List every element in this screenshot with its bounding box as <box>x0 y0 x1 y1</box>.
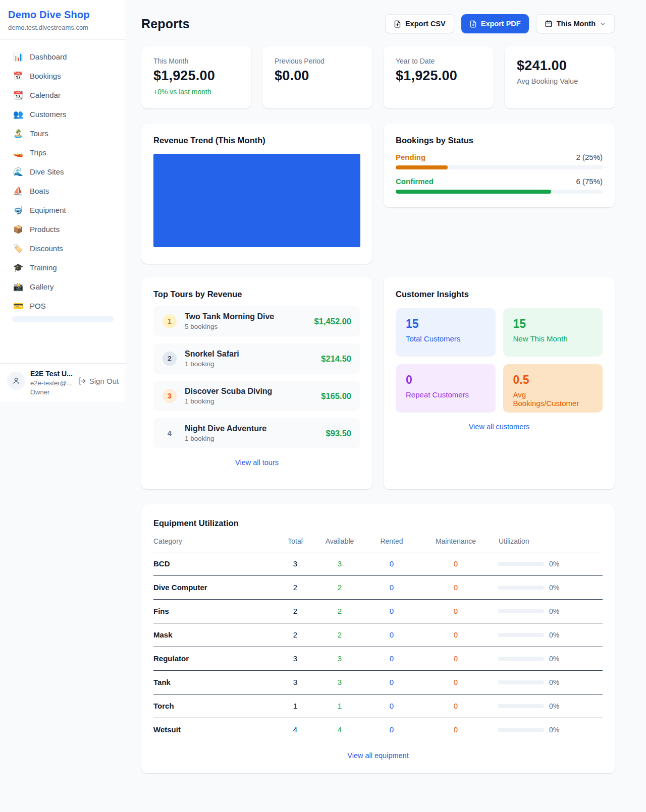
table-row: Dive Computer 2 2 0 0 0% <box>153 576 603 600</box>
graduation-cap-icon: 🎓 <box>13 264 23 272</box>
equipment-table: Category Total Available Rented Maintena… <box>153 537 603 741</box>
sidebar-item-training[interactable]: 🎓 Training <box>6 259 120 276</box>
progress-fill <box>396 190 551 194</box>
sidebar-item-boats[interactable]: ⛵ Boats <box>6 182 120 200</box>
period-selector[interactable]: This Month <box>536 14 615 33</box>
view-all-equipment-link[interactable]: View all equipment <box>153 751 603 760</box>
export-csv-button[interactable]: Export CSV <box>385 14 454 33</box>
col-category: Category <box>153 537 281 552</box>
view-all-customers-link[interactable]: View all customers <box>396 423 603 431</box>
sidebar-item-label: Gallery <box>30 282 54 291</box>
sidebar-item-label: Customers <box>30 110 67 119</box>
cell-category: Mask <box>153 623 281 647</box>
sidebar-item-label: POS <box>30 302 46 310</box>
stat-label: Previous Period <box>275 57 360 65</box>
brand-block: Demo Dive Shop demo.test.divestreams.com <box>0 0 126 40</box>
sign-out-label: Sign Out <box>89 377 119 385</box>
sidebar-item-pos[interactable]: 💳 POS <box>6 297 120 315</box>
cell-rented: 0 <box>369 600 414 623</box>
sidebar-item-tours[interactable]: 🏝️ Tours <box>6 125 120 142</box>
sidebar-item-gallery[interactable]: 📸 Gallery <box>6 278 120 296</box>
sidebar-item-active-partial[interactable] <box>12 316 114 322</box>
cell-available: 2 <box>310 623 369 647</box>
revenue-trend-card: Revenue Trend (This Month) <box>141 124 372 264</box>
tile-new-this-month: 15 New This Month <box>503 308 603 357</box>
stat-card-avg-booking-value: $241.00 Avg Booking Value <box>505 46 615 108</box>
tile-label: New This Month <box>513 334 593 343</box>
speedboat-icon: 🚤 <box>13 149 23 157</box>
stats-row: This Month $1,925.00 +0% vs last month P… <box>141 46 615 108</box>
top-tours-card: Top Tours by Revenue 1 Two Tank Morning … <box>141 277 372 489</box>
sidebar-item-trips[interactable]: 🚤 Trips <box>6 144 120 161</box>
sidebar-nav: 📊 Dashboard 📅 Bookings 📆 Calendar 👥 Cust… <box>0 40 126 363</box>
sidebar-item-equipment[interactable]: 🤿 Equipment <box>6 201 120 219</box>
page-header: Reports Export CSV Export PDF This Month <box>141 14 615 33</box>
file-download-icon <box>394 20 401 28</box>
table-row: BCD 3 3 0 0 0% <box>153 552 603 576</box>
tour-amount: $1,452.00 <box>314 317 351 326</box>
tour-amount: $93.50 <box>326 429 351 438</box>
sidebar-item-label: Dashboard <box>30 52 67 61</box>
sidebar: Demo Dive Shop demo.test.divestreams.com… <box>0 0 126 402</box>
sidebar-item-products[interactable]: 📦 Products <box>6 220 120 238</box>
utilization-bar <box>498 633 544 637</box>
cell-available: 3 <box>310 647 369 671</box>
sidebar-item-discounts[interactable]: 🏷️ Discounts <box>6 240 120 257</box>
export-pdf-button[interactable]: Export PDF <box>461 14 529 33</box>
file-download-icon <box>469 20 477 28</box>
sidebar-item-dive-sites[interactable]: 🌊 Dive Sites <box>6 163 120 181</box>
export-pdf-label: Export PDF <box>481 20 521 28</box>
cell-utilization: 0% <box>549 678 559 686</box>
person-icon <box>12 376 21 385</box>
sidebar-item-calendar[interactable]: 📆 Calendar <box>6 86 120 104</box>
package-icon: 📦 <box>13 225 23 234</box>
cell-total: 3 <box>281 552 310 576</box>
sidebar-item-label: Calendar <box>30 91 61 99</box>
status-label: Confirmed <box>396 177 434 186</box>
revenue-trend-title: Revenue Trend (This Month) <box>153 136 360 145</box>
cell-total: 2 <box>281 623 310 647</box>
tile-repeat-customers: 0 Repeat Customers <box>396 364 496 413</box>
bookings-by-status-title: Bookings by Status <box>396 136 603 145</box>
cell-utilization: 0% <box>549 560 559 568</box>
cell-available: 3 <box>310 671 369 694</box>
cell-rented: 0 <box>369 552 414 576</box>
sidebar-item-label: Discounts <box>30 244 63 253</box>
sidebar-item-customers[interactable]: 👥 Customers <box>6 105 120 123</box>
status-label: Pending <box>396 153 425 161</box>
stat-value: $1,925.00 <box>153 68 239 84</box>
sidebar-item-label: Products <box>30 225 60 234</box>
stat-delta: +0% vs last month <box>153 88 239 96</box>
table-row: Wetsuit 4 4 0 0 0% <box>153 718 603 742</box>
cell-total: 3 <box>281 647 310 671</box>
sidebar-item-bookings[interactable]: 📅 Bookings <box>6 67 120 85</box>
sign-out-button[interactable]: Sign Out <box>78 377 119 385</box>
tour-name: Night Dive Adventure <box>185 424 266 433</box>
cell-maintenance: 0 <box>414 623 498 647</box>
utilization-bar <box>498 609 544 613</box>
table-row: Mask 2 2 0 0 0% <box>153 623 603 647</box>
cell-rented: 0 <box>369 576 414 600</box>
tour-row: 1 Two Tank Morning Dive 5 bookings $1,45… <box>153 306 360 336</box>
stat-value: $241.00 <box>517 58 603 74</box>
stat-label: This Month <box>153 57 239 65</box>
cell-rented: 0 <box>369 694 414 718</box>
tile-value: 0.5 <box>513 373 593 387</box>
tile-label: Total Customers <box>406 334 486 343</box>
chevron-down-icon <box>600 21 606 27</box>
progress-track <box>396 165 603 169</box>
customer-insights-title: Customer Insights <box>396 289 603 299</box>
col-maintenance: Maintenance <box>414 537 498 552</box>
cell-category: Fins <box>153 600 281 623</box>
cell-total: 2 <box>281 600 310 623</box>
status-count: 6 (75%) <box>576 177 603 186</box>
status-row-pending: Pending 2 (25%) <box>396 153 603 169</box>
col-total: Total <box>281 537 310 552</box>
cell-total: 1 <box>281 694 310 718</box>
sidebar-item-dashboard[interactable]: 📊 Dashboard <box>6 48 120 66</box>
stat-value: $1,925.00 <box>396 68 481 84</box>
tile-total-customers: 15 Total Customers <box>396 308 496 357</box>
tile-label: Avg Bookings/Customer <box>513 390 593 408</box>
view-all-tours-link[interactable]: View all tours <box>153 458 360 467</box>
revenue-trend-chart <box>153 154 360 247</box>
